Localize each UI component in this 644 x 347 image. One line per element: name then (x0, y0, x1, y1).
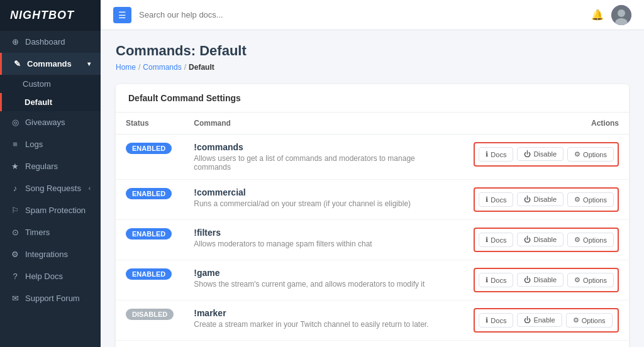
search-input[interactable] (139, 10, 584, 19)
breadcrumb-commands[interactable]: Commands (143, 63, 181, 72)
sidebar-item-label: Timers (25, 228, 50, 237)
command-cell: !pollAllows you to make a strawpoll with… (184, 341, 464, 348)
table-row: Enabled!commandsAllows users to get a li… (116, 135, 629, 180)
sidebar-item-label: Commands (27, 59, 72, 69)
docs-icon: ℹ (486, 150, 488, 158)
breadcrumb-sep1: / (138, 63, 140, 72)
command-name: !commercial (194, 187, 453, 197)
spam-protection-icon: ⚐ (10, 206, 20, 215)
table-row: Enabled!pollAllows you to make a strawpo… (116, 341, 629, 348)
sidebar-item-regulars[interactable]: ★ Regulars (0, 155, 101, 177)
status-cell: Enabled (116, 220, 184, 260)
brand-name: NIGHTBOT (10, 9, 74, 22)
actions-cell: ℹ Docs⏻ Disable⚙ Options (464, 260, 629, 300)
command-description: Runs a commercial/ad on your stream (if … (194, 199, 453, 208)
disable-button[interactable]: ⏻ Disable (517, 233, 564, 246)
docs-button[interactable]: ℹ Docs (479, 192, 513, 207)
actions-cell: ℹ Docs⏻ Disable⚙ Options (464, 180, 629, 220)
command-description: Allows users to get a list of commands a… (194, 154, 453, 172)
sidebar-item-giveaways[interactable]: ◎ Giveaways (0, 111, 101, 133)
status-badge: Disabled (126, 309, 174, 320)
breadcrumb-home[interactable]: Home (116, 63, 136, 72)
regulars-icon: ★ (10, 162, 20, 171)
content-area: Commands: Default Home / Commands / Defa… (101, 30, 644, 347)
bell-icon[interactable]: 🔔 (591, 9, 604, 21)
options-icon: ⚙ (573, 316, 579, 324)
sidebar: NIGHTBOT ⊕ Dashboard ✎ Commands ▾ Custom… (0, 0, 101, 347)
avatar[interactable] (611, 5, 631, 25)
options-button[interactable]: ⚙ Options (567, 147, 614, 162)
status-badge: Enabled (126, 188, 172, 199)
actions-cell: ℹ Docs⏻ Disable⚙ Options (464, 135, 629, 180)
commands-table: Status Command Actions Enabled!commandsA… (116, 113, 629, 347)
page-title: Commands: Default (116, 43, 629, 59)
sidebar-item-commands[interactable]: ✎ Commands ▾ (0, 53, 101, 75)
disable-button[interactable]: ⏻ Disable (517, 273, 564, 287)
docs-icon: ℹ (486, 196, 488, 204)
command-cell: !commandsAllows users to get a list of c… (184, 135, 464, 180)
sidebar-item-logs[interactable]: ≡ Logs (0, 133, 101, 155)
actions-cell: ℹ Docs⏻ Disable⚙ Options (464, 341, 629, 348)
command-cell: !commercialRuns a commercial/ad on your … (184, 180, 464, 220)
sidebar-item-dashboard[interactable]: ⊕ Dashboard (0, 31, 101, 53)
chevron-right-icon: ‹ (89, 185, 91, 192)
support-forum-icon: ✉ (10, 294, 20, 303)
sidebar-item-label: Giveaways (25, 118, 65, 127)
commands-submenu: Custom Default (0, 75, 101, 111)
command-cell: !markerCreate a stream marker in your Tw… (184, 300, 464, 341)
options-button[interactable]: ⚙ Options (567, 192, 614, 207)
sidebar-item-song-requests[interactable]: ♪ Song Requests ‹ (0, 177, 101, 199)
sidebar-item-integrations[interactable]: ⚙ Integrations (0, 243, 101, 265)
disable-button[interactable]: ⏻ Disable (517, 192, 564, 206)
status-badge: Enabled (126, 143, 172, 154)
options-icon: ⚙ (574, 236, 580, 244)
giveaways-icon: ◎ (10, 118, 20, 127)
table-row: Disabled!markerCreate a stream marker in… (116, 300, 629, 341)
actions-cell: ℹ Docs⏻ Disable⚙ Options (464, 220, 629, 260)
enable-button[interactable]: ⏻ Enable (517, 313, 562, 327)
commands-card: Default Command Settings Status Command … (116, 84, 629, 347)
sidebar-item-timers[interactable]: ⊙ Timers (0, 221, 101, 243)
options-button[interactable]: ⚙ Options (567, 273, 614, 287)
enable-icon: ⏻ (524, 316, 531, 324)
actions-group: ℹ Docs⏻ Enable⚙ Options (474, 308, 619, 333)
sidebar-item-label: Regulars (25, 162, 58, 171)
song-requests-icon: ♪ (10, 184, 20, 193)
actions-group: ℹ Docs⏻ Disable⚙ Options (474, 268, 619, 292)
main-area: ☰ 🔔 Commands: Default Home / Commands / … (101, 0, 644, 347)
actions-group: ℹ Docs⏻ Disable⚙ Options (474, 187, 619, 212)
disable-button[interactable]: ⏻ Disable (517, 147, 564, 161)
sidebar-item-spam-protection[interactable]: ⚐ Spam Protection (0, 199, 101, 221)
sidebar-item-help-docs[interactable]: ? Help Docs (0, 265, 101, 287)
sidebar-item-custom[interactable]: Custom (0, 75, 101, 93)
menu-button[interactable]: ☰ (113, 7, 131, 23)
options-button[interactable]: ⚙ Options (567, 233, 614, 247)
sidebar-item-default[interactable]: Default (0, 93, 101, 111)
dashboard-icon: ⊕ (10, 37, 20, 47)
card-header: Default Command Settings (116, 84, 629, 113)
command-name: !marker (194, 308, 453, 318)
sidebar-item-label: Logs (25, 140, 43, 149)
commands-icon: ✎ (12, 59, 22, 69)
options-icon: ⚙ (574, 196, 580, 204)
docs-button[interactable]: ℹ Docs (479, 313, 513, 328)
docs-button[interactable]: ℹ Docs (479, 233, 513, 247)
disable-icon: ⏻ (524, 150, 531, 158)
docs-button[interactable]: ℹ Docs (479, 273, 513, 287)
status-badge: Enabled (126, 228, 172, 240)
sidebar-item-label: Help Docs (25, 272, 63, 281)
status-cell: Enabled (116, 260, 184, 300)
actions-group: ℹ Docs⏻ Disable⚙ Options (474, 228, 619, 252)
status-badge: Enabled (126, 268, 172, 280)
command-description: Allows moderators to manage spam filters… (194, 240, 453, 248)
actions-group: ℹ Docs⏻ Disable⚙ Options (474, 142, 619, 167)
options-button[interactable]: ⚙ Options (566, 313, 613, 328)
docs-icon: ℹ (486, 236, 488, 244)
disable-icon: ⏻ (524, 276, 531, 284)
docs-button[interactable]: ℹ Docs (479, 147, 513, 162)
integrations-icon: ⚙ (10, 250, 20, 259)
command-description: Create a stream marker in your Twitch ch… (194, 320, 453, 329)
sidebar-item-support-forum[interactable]: ✉ Support Forum (0, 287, 101, 309)
logs-icon: ≡ (10, 140, 20, 149)
topbar: ☰ 🔔 (101, 0, 644, 30)
